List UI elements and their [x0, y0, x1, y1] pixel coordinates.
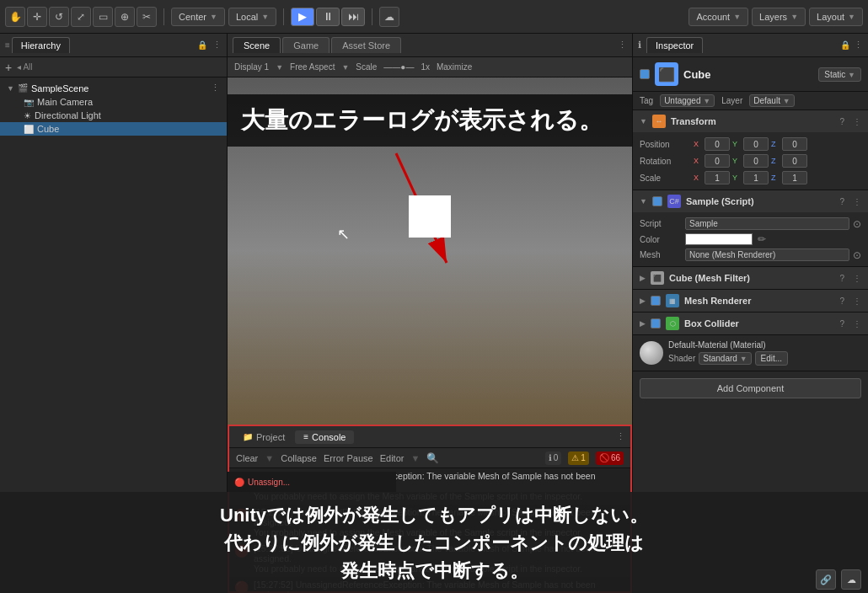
game-tab[interactable]: Game [282, 37, 330, 53]
mesh-filter-header[interactable]: ▶ ⬛ Cube (Mesh Filter) ? ⋮ [633, 267, 868, 289]
tag-dropdown[interactable]: Untagged ▼ [660, 94, 715, 107]
account-label: Account [696, 12, 730, 22]
transform-expand-icon: ▼ [640, 117, 647, 126]
transform-help-icon[interactable]: ? [839, 117, 844, 126]
console-tab-item[interactable]: ≡ Console [295, 430, 354, 444]
rotate-tool[interactable]: ↺ [49, 7, 69, 27]
transform-tools: ✋ ✛ ↺ ⤢ ▭ ⊕ ✂ [5, 7, 157, 27]
layer-dropdown[interactable]: Default ▼ [749, 94, 794, 107]
transform-header[interactable]: ▼ ↔ Transform ? ⋮ [633, 110, 868, 132]
mesh-renderer-expand-icon: ▶ [640, 296, 646, 305]
error-pause-button[interactable]: Error Pause [324, 453, 373, 463]
layers-dropdown[interactable]: Layers ▼ [752, 8, 806, 26]
display-chevron: ▼ [276, 63, 283, 72]
inspector-tab-bar: ℹ Inspector 🔒 ⋮ [633, 34, 868, 57]
add-component-button[interactable]: Add Component [640, 378, 861, 398]
static-button[interactable]: Static ▼ [818, 67, 861, 82]
cloud-sync-icon[interactable]: ☁ [841, 569, 861, 590]
error-badge: 🚫 66 [596, 451, 624, 465]
custom-tool[interactable]: ✂ [137, 7, 157, 27]
add-hierarchy-btn[interactable]: + [5, 61, 12, 74]
mesh-renderer-header[interactable]: ▶ ▦ Mesh Renderer ? ⋮ [633, 290, 868, 312]
scl-x-val[interactable]: 1 [705, 171, 730, 184]
layout-dropdown[interactable]: Layout ▼ [809, 8, 863, 26]
hierarchy-tab-bar: ≡ Hierarchy 🔒 ⋮ [0, 34, 227, 57]
color-row: Color ✏ [640, 232, 861, 247]
shader-dropdown[interactable]: Standard ▼ [699, 352, 751, 365]
sample-more-icon[interactable]: ⋮ [853, 197, 861, 206]
center-dropdown[interactable]: Center ▼ [171, 8, 225, 26]
hand-tool[interactable]: ✋ [5, 7, 25, 27]
cloud-icon[interactable]: ☁ [379, 7, 399, 27]
scl-z-val[interactable]: 1 [782, 171, 807, 184]
pos-x-val[interactable]: 0 [705, 137, 730, 151]
rot-y-val[interactable]: 0 [743, 154, 769, 168]
editor-button[interactable]: Editor [380, 453, 405, 463]
scale-tool[interactable]: ⤢ [71, 7, 91, 27]
console-options-icon[interactable]: ⋮ [616, 431, 625, 442]
transform-tool[interactable]: ⊕ [115, 7, 135, 27]
hierarchy-cube[interactable]: ⬜ Cube [0, 122, 227, 136]
inspector-options-icon[interactable]: ⋮ [854, 40, 863, 51]
rot-x-val[interactable]: 0 [705, 154, 730, 168]
bottom-status-bar: 🔴 Unassign... [228, 472, 396, 492]
box-collider-expand-icon: ▶ [640, 319, 646, 328]
box-collider-more-icon[interactable]: ⋮ [853, 319, 861, 329]
layer-label: Layer [721, 96, 742, 105]
scl-y-val[interactable]: 1 [743, 171, 769, 184]
scene-root[interactable]: ▼ 🎬 SampleScene ⋮ [0, 81, 227, 95]
cursor-icon: ↖ [337, 225, 350, 243]
mesh-filter-more-icon[interactable]: ⋮ [853, 274, 861, 283]
box-collider-checkbox[interactable] [651, 318, 661, 329]
clear-button[interactable]: Clear [236, 453, 258, 463]
account-dropdown[interactable]: Account ▼ [689, 8, 748, 26]
pos-z-val[interactable]: 0 [782, 137, 807, 151]
color-swatch[interactable] [685, 233, 753, 245]
inspector-tab[interactable]: Inspector [646, 37, 703, 53]
sample-active-checkbox[interactable] [652, 196, 662, 206]
material-name: Default-Material (Material) [668, 340, 788, 350]
color-edit-icon[interactable]: ✏ [758, 233, 766, 245]
hierarchy-dir-light[interactable]: ☀ Directional Light [0, 109, 227, 122]
asset-store-tab[interactable]: Asset Store [331, 37, 401, 53]
mesh-renderer-checkbox[interactable] [651, 296, 661, 306]
center-options-icon[interactable]: ⋮ [618, 40, 627, 51]
inspector-tab-label: Inspector [656, 40, 694, 51]
step-button[interactable]: ⏭ [341, 8, 365, 26]
collapse-button[interactable]: Collapse [281, 453, 317, 463]
local-dropdown[interactable]: Local ▼ [228, 8, 276, 26]
scene-options-icon[interactable]: ⋮ [211, 83, 220, 93]
scale-row: Scale X 1 Y 1 Z 1 [640, 169, 861, 186]
pos-y-val[interactable]: 0 [743, 137, 769, 151]
top-toolbar: ✋ ✛ ↺ ⤢ ▭ ⊕ ✂ Center ▼ Local ▼ ▶ ⏸ ⏭ ☁ A… [0, 0, 868, 34]
project-tab[interactable]: 📁 Project [234, 430, 293, 444]
hierarchy-main-camera[interactable]: 📷 Main Camera [0, 95, 227, 109]
mesh-target-icon[interactable]: ⊙ [853, 249, 861, 261]
scene-tab[interactable]: Scene [233, 37, 281, 53]
active-checkbox[interactable] [640, 69, 650, 79]
sep1 [163, 8, 164, 25]
sample-script-header[interactable]: ▼ C# Sample (Script) ? ⋮ [633, 190, 868, 212]
rotation-label: Rotation [640, 157, 690, 166]
mesh-filter-help-icon[interactable]: ? [839, 274, 844, 283]
tag-chevron: ▼ [703, 97, 710, 105]
center-label: Center [179, 12, 206, 22]
box-collider-help-icon[interactable]: ? [839, 319, 844, 329]
script-target-icon[interactable]: ⊙ [853, 218, 861, 230]
move-tool[interactable]: ✛ [27, 7, 47, 27]
sample-help-icon[interactable]: ? [839, 197, 844, 206]
rot-z-val[interactable]: 0 [782, 154, 807, 168]
hierarchy-options-icon[interactable]: ⋮ [212, 40, 222, 51]
play-button[interactable]: ▶ [291, 8, 314, 26]
box-collider-header[interactable]: ▶ ⬡ Box Collider ? ⋮ [633, 313, 868, 334]
rect-tool[interactable]: ▭ [93, 7, 113, 27]
scale-coords: X 1 Y 1 Z 1 [694, 171, 861, 184]
edit-shader-button[interactable]: Edit... [755, 351, 789, 366]
transform-more-icon[interactable]: ⋮ [853, 117, 861, 126]
pause-button[interactable]: ⏸ [316, 8, 340, 26]
info-count: 0 [554, 453, 559, 462]
mesh-renderer-more-icon[interactable]: ⋮ [853, 296, 861, 306]
hierarchy-tab[interactable]: Hierarchy [12, 37, 70, 53]
mesh-renderer-help-icon[interactable]: ? [839, 296, 844, 306]
collab-icon[interactable]: 🔗 [816, 569, 836, 590]
